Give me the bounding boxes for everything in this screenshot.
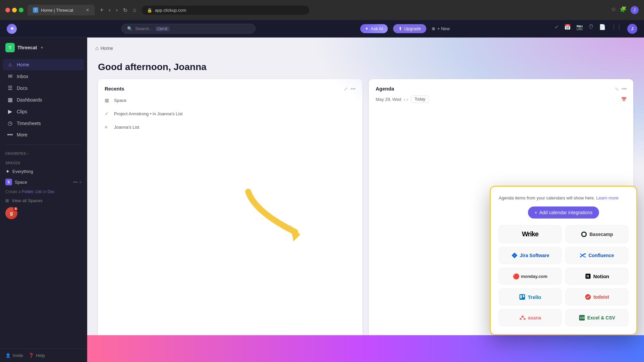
close-window-button[interactable] [5,8,10,12]
spaces-section: Spaces [0,157,87,166]
notion-icon: N [585,273,591,280]
manage-cards-button[interactable]: Manage cards [582,43,625,54]
profile-icon[interactable]: J [631,6,639,14]
add-calendar-integrations-button[interactable]: + Add calendar integrations [528,206,599,219]
home-button[interactable]: ⌂ [131,6,138,14]
timesheets-icon: ◷ [7,120,13,126]
agenda-more-icon[interactable]: ••• [622,86,627,92]
agenda-calendar-icon[interactable]: 📅 [621,97,627,102]
camera-icon[interactable]: 📷 [576,24,583,34]
check-icon[interactable]: ✓ [554,24,559,34]
address-text: app.clickup.com [155,8,186,13]
agenda-next-icon[interactable]: › [407,97,408,102]
browser-chrome: T Home | Threecat ✕ + ‹ › ↻ ⌂ 🔒 app.clic… [0,0,644,20]
add-cal-label: Add calendar integrations [539,210,593,215]
invite-button[interactable]: 👤 Invite [5,353,23,358]
view-all-spaces[interactable]: ⊞ View all Spaces [0,196,87,205]
settings-icon[interactable]: ⚙ [631,45,636,52]
tab-close-icon[interactable]: ✕ [86,8,89,12]
sidebar-item-dashboards[interactable]: ▦ Dashboards [3,94,84,106]
task-check-icon: ✓ [105,111,111,116]
user-avatar[interactable]: J [627,24,637,34]
refresh-button[interactable]: ↻ [122,6,129,15]
recents-expand-icon[interactable]: ⤢ [344,86,348,92]
calendar-popup: Agenda items from your calendars will sh… [490,186,637,336]
grid-icon[interactable]: ⋮⋮ [611,24,622,34]
today-button[interactable]: Today [411,96,429,103]
browser-tab[interactable]: T Home | Threecat ✕ [28,5,95,15]
help-button[interactable]: ❓ Help [29,353,45,358]
sidebar-item-more[interactable]: ••• More [3,129,84,140]
doc-icon[interactable]: 📄 [599,24,606,34]
sidebar-item-timesheets[interactable]: ◷ Timesheets [3,117,84,129]
recents-item-space[interactable]: ▦ Space [105,96,356,105]
new-label: + New [437,26,450,31]
create-folder-link[interactable]: Folder [22,189,33,194]
clock-icon[interactable]: ⏱ [588,24,594,34]
search-bar[interactable]: 🔍 Search... Ctrl+K [121,24,256,34]
address-bar[interactable]: 🔒 app.clickup.com [142,6,309,15]
integration-notion[interactable]: N Notion [566,268,628,285]
back-button[interactable]: ‹ [108,6,112,14]
space-add-icon[interactable]: + [79,180,82,185]
list-icon: ≡ [105,124,111,130]
space-item[interactable]: S Space ••• + [0,177,87,187]
wrike-logo: Wrike [522,230,538,238]
workspace-header[interactable]: T Threecat ▾ [0,38,87,58]
view-all-label: View all Spaces [12,198,43,203]
extension-icon[interactable]: 🧩 [620,6,627,14]
upgrade-button[interactable]: ⬆ Upgrade [393,24,426,33]
monday-logo: 🔴 monday.com [513,273,547,280]
new-button[interactable]: ⊕ + New [432,26,450,31]
integration-asana[interactable]: asana [499,309,561,326]
basecamp-icon [581,231,587,238]
new-tab-button[interactable]: + [100,7,104,14]
sidebar-divider [5,144,82,145]
integration-trello[interactable]: Trello [499,289,561,305]
integration-excel-csv[interactable]: CSV Excel & CSV [566,309,628,326]
recents-item-project[interactable]: ✓ Project Armstrong • in Joanna's List [105,109,356,118]
integration-confluence[interactable]: Confluence [566,247,628,264]
workspace-name: Threecat [17,45,37,50]
minimize-window-button[interactable] [12,8,17,12]
learn-more-link[interactable]: Learn more [596,195,618,200]
sidebar-item-home[interactable]: ⌂ Home [3,59,84,70]
everything-icon: ✦ [5,168,10,175]
everything-item[interactable]: ✦ Everything [0,166,87,177]
space-badge: S [5,179,12,185]
browser-window-controls[interactable] [5,8,23,12]
space-more-icon[interactable]: ••• [73,180,78,185]
calendar-icon[interactable]: 📅 [564,24,571,34]
docs-icon: ☰ [7,85,13,91]
integration-wrike[interactable]: Wrike [499,225,561,243]
recents-item-list[interactable]: ≡ Joanna's List [105,122,356,132]
ask-ai-button[interactable]: ✦ Ask AI [360,24,388,33]
search-icon: 🔍 [127,26,132,31]
create-text: Create a Folder, List or Doc [0,187,87,196]
integration-todoist[interactable]: todoist [566,289,628,305]
notification-badge: 1 [13,206,18,211]
recents-more-icon[interactable]: ••• [351,86,356,92]
sidebar-item-docs[interactable]: ☰ Docs [3,82,84,94]
integration-basecamp[interactable]: Basecamp [566,225,628,243]
asana-icon [519,314,526,321]
create-list-link[interactable]: List [35,189,42,194]
add-space-button[interactable]: g 1 [0,205,87,221]
space-name: Space [15,180,27,185]
bookmark-icon[interactable]: ☆ [611,6,616,14]
integration-jira[interactable]: Jira Software [499,247,561,264]
forward-button[interactable]: › [115,6,119,14]
integration-monday[interactable]: 🔴 monday.com [499,268,561,285]
agenda-navigation: ‹ › [404,97,408,102]
create-doc-link[interactable]: Doc [47,189,54,194]
sidebar-item-clips[interactable]: ▶ Clips [3,106,84,117]
maximize-window-button[interactable] [19,8,23,12]
agenda-shrink-icon[interactable]: ⤡ [615,86,619,92]
invite-icon: 👤 [5,353,11,358]
favorites-section[interactable]: Favorites › [0,147,87,157]
app-logo[interactable]: ✦ [7,24,17,34]
sidebar-item-inbox[interactable]: ✉ Inbox [3,70,84,82]
user-notification-avatar[interactable]: g 1 [5,207,17,219]
new-icon: ⊕ [432,26,435,31]
agenda-prev-icon[interactable]: ‹ [404,97,405,102]
